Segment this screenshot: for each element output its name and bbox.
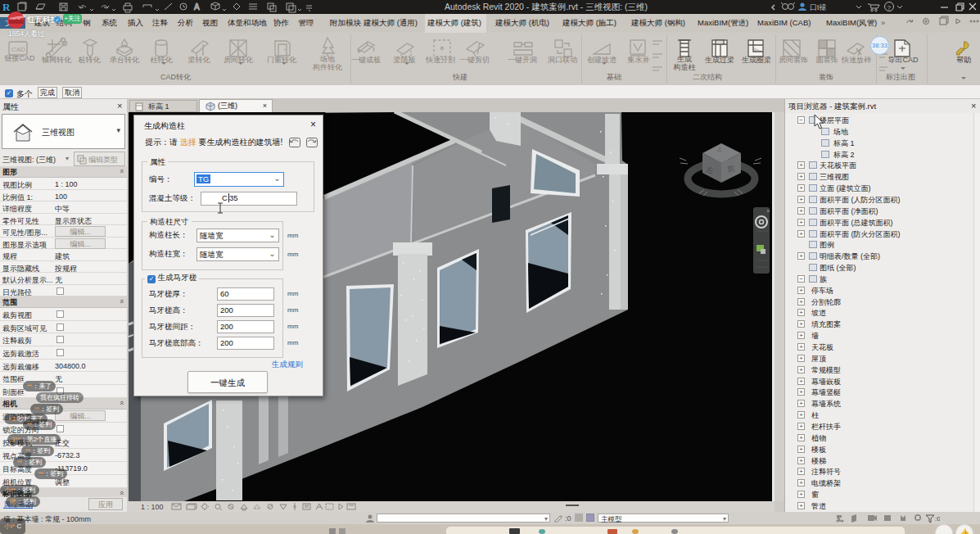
svg-text:左: 左 (706, 165, 715, 174)
svg-text:CAD: CAD (11, 46, 25, 53)
svg-text:A: A (194, 2, 200, 11)
svg-text:上: 上 (716, 147, 722, 152)
svg-text:口t褤: 口t褤 (810, 3, 827, 11)
svg-text::0: :0 (935, 515, 940, 523)
svg-text:?: ? (887, 4, 892, 11)
svg-text:前: 前 (727, 165, 736, 174)
svg-text:Autodesk Revit 2020 - 建筑案例.rvt: Autodesk Revit 2020 - 建筑案例.rvt - 三维视图: (… (445, 2, 648, 11)
svg-text:R: R (2, 1, 11, 13)
